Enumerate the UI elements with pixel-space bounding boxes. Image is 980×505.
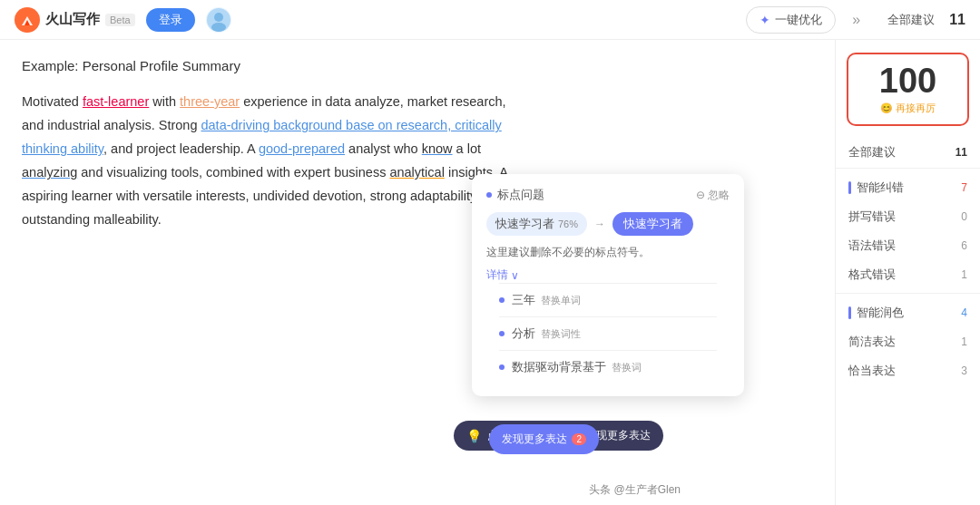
text-fast-learner: fast-learner [83, 94, 149, 109]
sidebar-section-correction: 智能纠错 7 拼写错误 0 语法错误 6 格式错误 1 [836, 172, 980, 289]
chevron-down-icon: ∨ [511, 269, 519, 282]
popup-ignore-btn[interactable]: ⊖ 忽略 [696, 188, 730, 203]
format-count: 1 [961, 268, 967, 281]
score-number: 100 [856, 63, 960, 98]
inline-label-1: 三年 [512, 292, 535, 308]
login-button[interactable]: 登录 [146, 8, 195, 32]
logo-text: 火山写作 [45, 11, 100, 28]
word-suggested[interactable]: 快速学习者 [612, 212, 693, 236]
sidebar-item-smart-polish[interactable]: 智能润色 4 [848, 297, 967, 327]
smart-correction-label: 智能纠错 [857, 180, 904, 196]
sidebar-divider-1 [836, 168, 980, 169]
sidebar-all[interactable]: 全部建议 11 [836, 139, 980, 164]
doc-content: Motivated fast-learner with three-year e… [22, 90, 512, 232]
header: 火山写作 Beta 登录 ✦ 一键优化 » 全部建议 11 [0, 0, 980, 40]
appropriate-label: 恰当表达 [848, 363, 896, 379]
sparkle-icon: ✦ [760, 13, 770, 27]
inline-tag-3[interactable]: 替换词 [612, 361, 642, 374]
sidebar-item-appropriate[interactable]: 恰当表达 3 [848, 356, 967, 385]
sidebar-all-count: 11 [956, 146, 967, 159]
text-analyzing: analyzing [22, 165, 77, 180]
doc-title: Example: Personal Profile Summary [22, 58, 813, 73]
better-express-button[interactable]: 发现更多表达 2 [489, 424, 599, 454]
dot-icon-3 [499, 364, 505, 370]
smart-correction-count: 7 [961, 181, 967, 194]
inline-label-2: 分析 [512, 325, 535, 342]
expand-button[interactable]: » [847, 12, 866, 28]
text-normal-6: a lot [453, 141, 481, 156]
inline-label-3: 数据驱动背景基于 [512, 359, 606, 375]
score-sub: 😊 再接再厉 [856, 102, 960, 115]
popup-desc: 这里建议删除不必要的标点符号。 [486, 245, 730, 260]
inline-item-3[interactable]: 数据驱动背景基于 替换词 [486, 351, 730, 384]
bulb-icon: 💡 [466, 429, 482, 443]
main-layout: Example: Personal Profile Summary Motiva… [0, 40, 980, 505]
sidebar-item-grammar[interactable]: 语法错误 6 [848, 231, 967, 260]
sidebar-all-label: 全部建议 [848, 144, 896, 160]
text-know: know [422, 141, 453, 156]
popup-header: 标点问题 ⊖ 忽略 [486, 187, 730, 203]
smart-polish-label: 智能润色 [857, 305, 904, 321]
score-card: 100 😊 再接再厉 [847, 53, 969, 126]
inline-item-2[interactable]: 分析 替换词性 [486, 317, 730, 350]
suggestion-popup: 标点问题 ⊖ 忽略 快速学习者 76% → 快速学习者 这里建议删除不必要的标点… [472, 174, 744, 396]
svg-point-2 [214, 13, 223, 22]
word-original: 快速学习者 76% [486, 212, 587, 236]
concise-count: 1 [961, 335, 967, 348]
dot-icon-1 [499, 297, 505, 303]
right-sidebar: 100 😊 再接再厉 全部建议 11 智能纠错 7 拼写错误 0 [835, 40, 980, 505]
sidebar-section-polish: 智能润色 4 简洁表达 1 恰当表达 3 [836, 297, 980, 385]
popup-title: 标点问题 [486, 187, 544, 203]
smart-polish-count: 4 [961, 306, 967, 319]
sidebar-indicator-2 [848, 306, 851, 319]
text-good-prepared: good-prepared [259, 141, 345, 156]
spelling-count: 0 [961, 210, 967, 223]
logo-area: 火山写作 Beta [15, 7, 135, 33]
appropriate-count: 3 [961, 364, 967, 377]
text-normal-2: with [149, 94, 180, 109]
editor-area: Example: Personal Profile Summary Motiva… [0, 40, 835, 505]
text-normal-1: Motivated [22, 94, 83, 109]
spelling-label: 拼写错误 [848, 209, 896, 225]
sidebar-divider-2 [836, 293, 980, 294]
text-three-year: three-year [180, 94, 240, 109]
beta-badge: Beta [105, 14, 135, 26]
text-normal-7: and visualizing tools, combined with exp… [77, 165, 389, 180]
watermark: 头条 @生产者Glen [589, 482, 681, 498]
concise-label: 简洁表达 [848, 334, 896, 350]
popup-dot-icon [486, 192, 492, 198]
text-normal-5: analyst who [345, 141, 422, 156]
grammar-label: 语法错误 [848, 238, 896, 254]
circle-x-icon: ⊖ [696, 189, 705, 201]
grammar-count: 6 [961, 239, 967, 252]
sidebar-indicator-1 [848, 181, 851, 194]
avatar [206, 7, 231, 33]
logo-icon [15, 7, 40, 33]
format-label: 格式错误 [848, 267, 896, 283]
optimize-button[interactable]: ✦ 一键优化 [746, 6, 836, 34]
sidebar-item-smart-correction[interactable]: 智能纠错 7 [848, 172, 967, 202]
suggestions-label: 全部建议 [887, 12, 935, 28]
inline-tag-1[interactable]: 替换单词 [541, 294, 581, 307]
sidebar-item-concise[interactable]: 简洁表达 1 [848, 327, 967, 356]
dot-icon-2 [499, 331, 505, 336]
sidebar-item-format[interactable]: 格式错误 1 [848, 260, 967, 289]
popup-words: 快速学习者 76% → 快速学习者 [486, 212, 730, 236]
inline-tag-2[interactable]: 替换词性 [541, 327, 581, 341]
text-normal-4: , and project leadership. A [103, 141, 259, 156]
inline-item-1[interactable]: 三年 替换单词 [486, 284, 730, 316]
arrow-icon: → [594, 218, 605, 230]
sidebar-item-spelling[interactable]: 拼写错误 0 [848, 202, 967, 231]
text-analytical: analytical [389, 165, 444, 180]
better-badge: 2 [572, 433, 586, 445]
popup-detail-btn[interactable]: 详情 ∨ [486, 267, 730, 283]
svg-point-3 [211, 23, 226, 32]
suggestions-count: 11 [949, 12, 965, 28]
